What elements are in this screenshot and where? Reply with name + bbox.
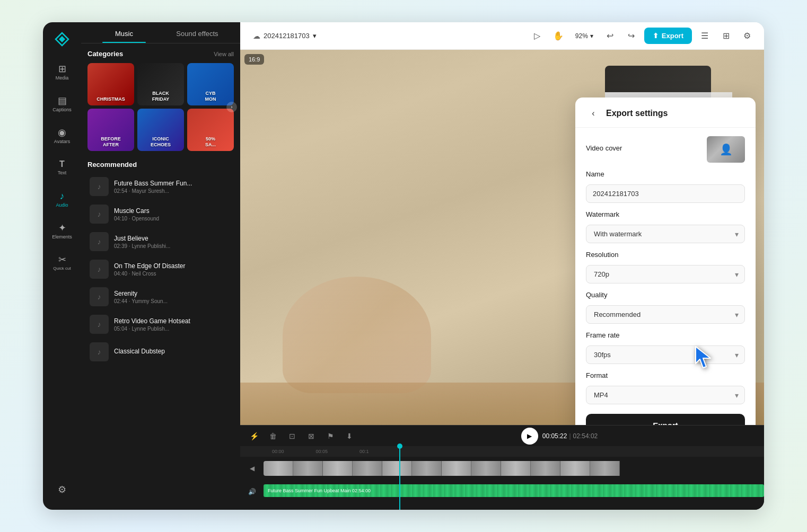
download-tool[interactable]: ⬇ — [342, 429, 357, 444]
play-mode-btn[interactable]: ▷ — [529, 28, 546, 45]
ruler-marks: 00:00 00:05 00:1 — [272, 449, 369, 454]
category-label-sale: 50%SA... — [190, 136, 231, 148]
track-info: Muscle Cars 04:10 · Opensound — [114, 207, 232, 221]
clip-thumb — [590, 461, 620, 476]
name-input[interactable] — [586, 184, 745, 203]
sidebar-item-avatars[interactable]: ◉ Avatars — [47, 122, 77, 149]
export-submit-btn[interactable]: Export — [586, 414, 745, 425]
track-item[interactable]: ♪ Muscle Cars 04:10 · Opensound — [87, 200, 234, 228]
export-btn[interactable]: ⬆ Export — [644, 28, 692, 44]
undo-btn[interactable]: ↩ — [602, 28, 619, 45]
ruler-mark-1: 00:05 — [316, 449, 328, 454]
track-item[interactable]: ♪ On The Edge Of Disaster 04:40 · Neil C… — [87, 255, 234, 283]
timeline-cursor[interactable] — [399, 446, 400, 510]
category-card-christmas[interactable]: CHRISTMAS — [87, 63, 134, 105]
project-name-btn[interactable]: ☁ 202412181703 ▾ — [249, 30, 321, 42]
music-tabs: Music Sound effects — [81, 22, 240, 43]
quality-select[interactable]: Recommended High Medium Low — [586, 305, 745, 324]
resolution-select[interactable]: 720p 1080p 480p 360p — [586, 265, 745, 283]
category-label-iconic: IconicEchoes — [141, 136, 181, 148]
audio-track-clip[interactable]: Future Bass Summer Fun Upbeat Main 02:54… — [264, 484, 764, 497]
track-item[interactable]: ♪ Just Believe 02:39 · Lynne Publishi... — [87, 228, 234, 255]
category-card-before-after[interactable]: BeforeAfter — [87, 109, 134, 151]
view-all-link[interactable]: View all — [214, 51, 234, 57]
volume-icon[interactable]: 🔊 — [248, 488, 256, 495]
format-select-wrapper: MP4 MOV AVI — [586, 386, 745, 404]
settings-btn[interactable]: ⚙ — [739, 28, 756, 45]
category-label-blackfriday: BLACKFRIDAY — [141, 91, 181, 102]
sidebar-item-elements[interactable]: ✦ Elements — [47, 217, 77, 245]
hand-tool-btn[interactable]: ✋ — [550, 28, 567, 45]
layout-btn[interactable]: ⊞ — [717, 28, 734, 45]
play-btn[interactable]: ▶ — [521, 428, 538, 445]
sidebar-item-text[interactable]: T Text — [47, 154, 77, 181]
track-item[interactable]: ♪ Serenity 02:44 · Yummy Soun... — [87, 283, 234, 311]
delete-tool[interactable]: 🗑 — [266, 429, 280, 444]
track-meta: 02:44 · Yummy Soun... — [114, 298, 232, 304]
framerate-label: Frame rate — [586, 331, 745, 339]
transition-tool[interactable]: ⊠ — [304, 429, 319, 444]
format-select[interactable]: MP4 MOV AVI — [586, 386, 745, 404]
track-name: Muscle Cars — [114, 207, 232, 215]
categories-header: Categories View all — [87, 50, 234, 58]
clip-thumb — [323, 461, 353, 476]
export-icon: ⬆ — [653, 32, 659, 40]
crop-tool[interactable]: ⊡ — [285, 429, 300, 444]
sidebar-item-media[interactable]: ⊞ Media — [47, 58, 77, 86]
redo-btn[interactable]: ↪ — [623, 28, 640, 45]
clip-thumb — [471, 461, 501, 476]
layers-btn[interactable]: ☰ — [696, 28, 713, 45]
watermark-select[interactable]: With watermark Without watermark — [586, 225, 745, 243]
format-field-group: Format MP4 MOV AVI — [586, 371, 745, 404]
video-track-side: ◀ — [240, 465, 264, 472]
media-icon: ⊞ — [58, 64, 66, 74]
framerate-select-wrapper: 30fps 24fps 60fps — [586, 345, 745, 364]
timeline-tracks: 00:00 00:05 00:1 ◀ — [240, 446, 764, 510]
category-card-blackfriday[interactable]: BLACKFRIDAY — [137, 63, 184, 105]
zoom-selector[interactable]: 92% ▾ — [571, 30, 598, 42]
track-name: Serenity — [114, 290, 232, 297]
framerate-select[interactable]: 30fps 24fps 60fps — [586, 345, 745, 364]
back-btn[interactable]: ◀ — [250, 465, 255, 472]
icon-sidebar: ⊞ Media ▤ Captions ◉ Avatars T Text ♪ Au… — [43, 22, 81, 510]
track-item[interactable]: ♪ Classical Dubstep — [87, 338, 234, 366]
sidebar-item-settings[interactable]: ⚙ — [47, 476, 77, 503]
quality-field-group: Quality Recommended High Medium Low — [586, 291, 745, 324]
export-panel-body: Video cover 👤 Name — [575, 128, 756, 425]
categories-next-btn[interactable]: › — [226, 102, 237, 112]
recommended-label: Recommended — [87, 161, 234, 169]
category-card-cyber[interactable]: CYBMON — [187, 63, 234, 105]
track-meta: 05:04 · Lynne Publish... — [114, 326, 232, 332]
preview-area: 16:9 ‹ Export settings Video cover — [240, 50, 764, 425]
track-item[interactable]: ♪ Retro Video Game Hotseat 05:04 · Lynne… — [87, 311, 234, 338]
audio-track-lane[interactable]: Future Bass Summer Fun Upbeat Main 02:54… — [264, 483, 764, 500]
sidebar-item-quickcut[interactable]: ✂ Quick cut — [47, 249, 77, 277]
category-card-sale[interactable]: 50%SA... — [187, 109, 234, 151]
track-item[interactable]: ♪ Future Bass Summer Fun... 02:54 · Mayu… — [87, 173, 234, 200]
split-tool[interactable]: ⚡ — [247, 429, 261, 444]
track-name: Future Bass Summer Fun... — [114, 180, 232, 187]
video-track-lane[interactable] — [264, 460, 764, 477]
track-meta: 04:10 · Opensound — [114, 216, 232, 221]
cover-thumbnail[interactable]: 👤 — [707, 136, 745, 163]
captions-icon: ▤ — [58, 96, 67, 105]
sidebar-item-audio[interactable]: ♪ Audio — [47, 185, 77, 213]
export-back-btn[interactable]: ‹ — [586, 106, 601, 121]
clip-thumb — [560, 461, 590, 476]
cloud-icon: ☁ — [253, 32, 260, 40]
clip-thumb — [501, 461, 531, 476]
settings-icon: ⚙ — [58, 485, 66, 494]
track-thumb: ♪ — [90, 232, 109, 251]
audio-track-row: 🔊 Future Bass Summer Fun Upbeat Main 02:… — [240, 480, 764, 503]
tab-music[interactable]: Music — [87, 22, 161, 43]
category-card-iconic[interactable]: IconicEchoes — [137, 109, 184, 151]
video-track-clip[interactable] — [264, 461, 764, 476]
tab-sound-effects[interactable]: Sound effects — [161, 22, 234, 43]
name-field-group: Name — [586, 170, 745, 203]
sidebar-item-captions[interactable]: ▤ Captions — [47, 90, 77, 118]
aspect-ratio-btn[interactable]: 16:9 — [244, 54, 264, 65]
flag-tool[interactable]: ⚑ — [323, 429, 338, 444]
resolution-select-wrapper: 720p 1080p 480p 360p — [586, 265, 745, 283]
categories-label: Categories — [87, 50, 123, 58]
cursor-head — [397, 444, 402, 449]
